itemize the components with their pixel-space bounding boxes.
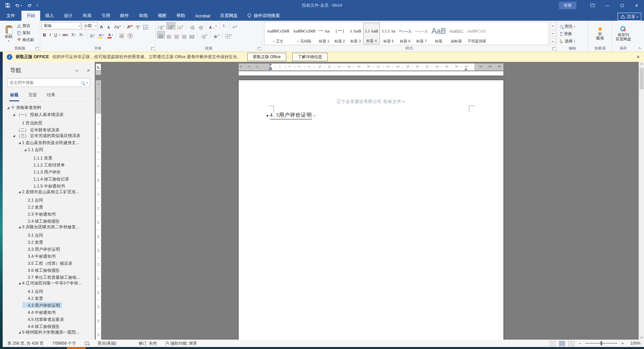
underline-button[interactable]: U [53,31,59,38]
undo-dropdown-caret[interactable]: ▾ [21,4,22,7]
document-page[interactable]: 辽宁金圣建设有限公司-投标文件↵ 4. 3用户评价证明 ↵ [239,80,503,340]
collapse-triangle-icon[interactable] [18,282,21,284]
accessibility-indicator[interactable]: 辅助功能: 调查 [165,341,197,346]
notice-close-icon[interactable]: ✕ [636,54,640,60]
tab-acrobat[interactable]: Acrobat [190,11,215,21]
tab-design[interactable]: 设计 [59,11,78,21]
bullets-button[interactable]: ▾ [157,22,166,29]
style-标题 7[interactable]: —.—.1.标题 7 [414,23,429,44]
left-indent-marker[interactable] [269,69,272,70]
nav-item[interactable]: 2.4 竣工验收报告 [3,217,95,224]
tab-stop-selector[interactable] [96,64,101,71]
clear-formatting-button[interactable]: A [126,22,134,29]
highlight-color-button[interactable]: ab▾ [97,31,105,38]
character-shading-button[interactable]: A [118,31,126,38]
find-button[interactable]: 查找▾ [560,23,587,30]
nav-item[interactable]: 1.1.1 发票 [3,153,95,160]
collapse-triangle-icon[interactable] [13,114,15,116]
tab-insert[interactable]: 插入 [40,11,59,21]
numbering-button[interactable]: ▾ [166,22,176,29]
nav-item[interactable]: 3.7 单位工程质量竣工验收... [3,273,95,280]
select-button[interactable]: 选择▾ [560,38,587,44]
subscript-button[interactable]: X2 [70,31,77,38]
align-right-button[interactable] [173,31,180,38]
hanging-indent-marker[interactable] [269,66,272,69]
scroll-up-icon[interactable] [639,62,644,67]
show-hide-marks-button[interactable]: ↵* [231,22,239,29]
styles-scroll-up-icon[interactable]: ▲ [550,22,556,28]
nav-item[interactable]: 1 营业执照 [3,118,95,125]
collapse-triangle-icon[interactable] [18,226,21,228]
sort-button[interactable]: ↓ [222,22,228,29]
save-to-baidu-button[interactable]: 保存到百度网盘 [613,22,633,46]
style-标题 2[interactable]: （一）标题 2 [332,23,348,44]
shrink-font-button[interactable]: Aˇ [106,22,112,29]
nav-tab-results[interactable]: 结果 [46,91,56,101]
nav-search-box[interactable]: ▾ [7,78,90,87]
collapse-triangle-icon[interactable] [18,142,21,144]
style-标题 6[interactable]: 一.—.1.标题 6 [397,23,413,44]
nav-item[interactable]: 4.6 竣工验收报告 [3,322,95,329]
nav-item[interactable]: 5 锦州医科大学附属第一医院... [3,329,95,336]
get-genuine-office-button[interactable]: 获取正版 Office [247,53,286,61]
print-layout-view-icon[interactable] [559,341,565,346]
nav-item[interactable]: 1.1.3 用户评价 [3,167,95,174]
nav-item[interactable]: （一） 投标人基本情况表 [3,111,95,118]
collapse-triangle-icon[interactable] [18,331,21,334]
style-无间隔[interactable]: AaBbCcDdI↵无间隔 [292,23,317,44]
collapse-triangle-icon[interactable] [18,191,21,193]
nav-item[interactable]: 3.1 合同 [3,231,95,238]
proofing-errors-icon[interactable] [85,342,89,345]
enclose-characters-button[interactable]: 字 [126,31,134,38]
addins-button[interactable]: 加载项 [590,22,610,46]
nav-item[interactable]: 3 兴隆台区曙光第二学校修复... [3,224,95,231]
nav-item[interactable]: 1 盘山县东郭街道全民健身文... [3,139,95,146]
nav-search-input[interactable] [10,80,79,85]
style-标题[interactable]: AaB标题 [430,23,447,44]
page-indicator[interactable]: 第 256 页, 共 426 页 [7,341,44,346]
increase-indent-button[interactable]: → [196,22,204,29]
nav-pane-options-chevron-icon[interactable] [75,68,78,72]
shading-button[interactable]: ▾ [212,31,221,38]
nav-item[interactable]: 4.4 中标通知书 [3,308,95,315]
tab-references[interactable]: 引用 [96,11,115,21]
nav-item[interactable]: 4.1 合同 [3,287,95,294]
track-changes-indicator[interactable]: 修订: 关闭 [139,341,157,346]
styles-dialog-launcher[interactable] [552,47,556,50]
document-heading[interactable]: 4. 3用户评价证明 ↵ [267,112,316,119]
scrollbar-thumb[interactable] [640,68,644,89]
tab-mailings[interactable]: 邮件 [115,11,134,21]
right-indent-marker[interactable] [464,68,468,70]
collapse-triangle-icon[interactable] [7,107,9,109]
align-left-button[interactable] [157,31,165,38]
tell-me-search[interactable]: 操作说明搜索 [243,11,285,21]
nav-item[interactable]: 2.3 中标通知书 [3,210,95,217]
web-layout-view-icon[interactable] [568,341,574,346]
v-ruler[interactable]: 422468101214161820222426283032 [96,71,101,340]
paste-button[interactable]: 粘贴 ▾ [1,22,16,46]
borders-button[interactable]: ▾ [224,31,233,38]
style-正文[interactable]: AaBbCcDdI↵正文 [265,23,291,44]
save-icon[interactable] [5,3,10,8]
nav-item[interactable]: 3.2 发票 [3,238,95,245]
collapse-triangle-icon[interactable] [24,149,26,151]
tab-view[interactable]: 视图 [153,11,171,21]
redo-icon[interactable] [27,3,32,8]
italic-button[interactable]: I [48,31,52,38]
bold-button[interactable]: B [42,31,47,38]
styles-more-icon[interactable]: ▼̲ [550,38,556,44]
h-ruler[interactable]: 6422468101214161820222426283032343638404… [239,64,503,71]
strikethrough-button[interactable]: abc [61,31,69,38]
nav-item[interactable]: 4.2 发票 [3,294,95,301]
tab-layout[interactable]: 布局 [78,11,96,21]
nav-tab-pages[interactable]: 页面 [28,91,37,101]
nav-item[interactable]: 4.3 用户评价证明 [3,301,95,308]
share-button[interactable]: 共享 ▾ [618,13,641,21]
font-color-button[interactable]: A▾ [106,31,114,38]
style-副标题[interactable]: AaBbC副标题 [448,23,465,44]
nav-item[interactable]: （三） 近年完成的类似项目情况表 [3,132,95,139]
undo-icon[interactable]: ▾ [15,3,22,8]
zoom-in-button[interactable]: + [621,341,625,346]
nav-item[interactable]: 1.1.5 中标通知书 [3,182,95,189]
nav-item[interactable]: 十 资格审查资料 [3,104,95,111]
